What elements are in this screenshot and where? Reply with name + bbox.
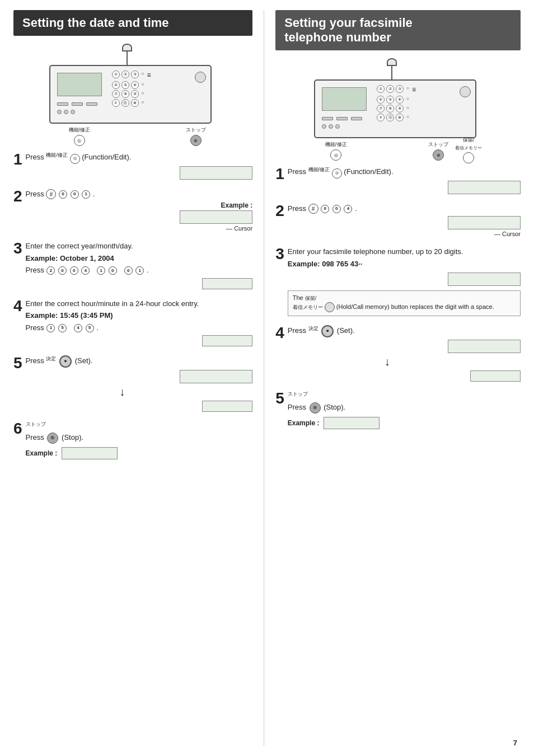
cursor-label-r2: — Cursor xyxy=(494,231,521,237)
left-step-1: 1 Press 機能/修正 ◎ (Function/Edit). xyxy=(13,152,252,180)
one-btn-l2: 1 xyxy=(82,190,90,199)
left-step-6: 6 ストップ Press ⊗ (Stop). Example : xyxy=(13,421,252,459)
right-step-2-text: Press # 0 0 4 . xyxy=(288,203,521,214)
function-edit-btn-l1: ◎ xyxy=(70,154,80,164)
right-step-1: 1 Press 機能/修正 ◎ (Function/Edit). xyxy=(275,166,521,194)
step-4-text: Enter the correct hour/minute in a 24-ho… xyxy=(26,298,253,309)
right-step-number-3: 3 xyxy=(275,246,284,262)
step-3-content: Enter the correct year/month/day. Exampl… xyxy=(26,241,253,289)
step-6-content: ストップ Press ⊗ (Stop). Example : xyxy=(26,421,253,459)
left-section-header: Setting the date and time xyxy=(13,10,252,36)
step-3-sub: Press 2 0 0 4 1 0 0 1 . xyxy=(26,265,253,276)
right-step-3-content: Enter your facsimile telephone number, u… xyxy=(288,246,521,316)
right-step-3-example: Example: 098 765 43·· xyxy=(288,259,521,270)
right-step-3-display xyxy=(448,273,521,286)
info-box-hold: The 保留/着信メモリー (Hold/Call memory) button … xyxy=(288,290,521,316)
step-5-display-1 xyxy=(180,370,252,383)
info-text: The 保留/着信メモリー (Hold/Call memory) button … xyxy=(293,294,494,312)
zero3-btn-l3: 0 xyxy=(109,266,117,275)
step-4-content: Enter the correct hour/minute in a 24-ho… xyxy=(26,298,253,347)
right-step-number-1: 1 xyxy=(275,166,284,182)
set-btn-r4: ● xyxy=(321,325,334,337)
step-5-content: Press 決定 ● (Set). ↓ xyxy=(26,355,253,412)
step-5-text: Press 決定 ● (Set). xyxy=(26,355,253,368)
arrow-down-r4: ↓ xyxy=(288,355,487,368)
step-4-sub: Press 1 5 4 5 . xyxy=(26,322,253,334)
step-5-jp: 決定 xyxy=(46,356,56,361)
right-step-4-content: Press 決定 ● (Set). ↓ xyxy=(288,325,521,382)
five-btn-l4: 5 xyxy=(58,324,67,332)
function-edit-btn-r1: ◎ xyxy=(332,168,342,179)
left-step-3: 3 Enter the correct year/month/day. Exam… xyxy=(13,241,252,289)
step-number-3: 3 xyxy=(13,241,22,256)
step-5-display-2 xyxy=(202,401,252,412)
step-1-jp: 機能/修正 xyxy=(46,152,68,158)
right-step-number-5: 5 xyxy=(275,391,284,406)
right-section: Setting your facsimile telephone number xyxy=(264,10,521,746)
right-step-2: 2 Press # 0 0 4 . — Cursor xyxy=(275,203,521,238)
left-step-5: 5 Press 決定 ● (Set). ↓ xyxy=(13,355,252,412)
right-step-number-4: 4 xyxy=(275,325,284,341)
right-step-1-content: Press 機能/修正 ◎ (Function/Edit). xyxy=(288,166,521,194)
example-label-r5: Example : xyxy=(288,419,320,427)
right-step-4-display-2 xyxy=(470,370,521,382)
step-6-jp: ストップ xyxy=(26,421,46,427)
cursor-label-2: — Cursor xyxy=(226,225,252,232)
two-btn-l3: 2 xyxy=(46,266,55,275)
zero2-btn-l3: 0 xyxy=(70,266,78,275)
right-section-header: Setting your facsimile telephone number xyxy=(275,10,521,50)
stop-btn-l6: ⊗ xyxy=(47,433,58,444)
step-3-text: Enter the correct year/month/day. xyxy=(26,241,253,252)
hash-btn-r2: # xyxy=(308,204,318,214)
one2-btn-l3: 1 xyxy=(135,266,144,275)
left-step-2: 2 Press # 0 0 1 . Example : xyxy=(13,189,252,232)
right-step-1-display xyxy=(448,181,521,194)
right-step-5-jp: ストップ xyxy=(288,391,308,397)
right-diagram: ① ② ③ ○ ≡ ④ ⑤ ⑥ ○ ⑦ xyxy=(275,58,521,156)
step-6-text: ストップ Press ⊗ (Stop). xyxy=(26,421,253,443)
step-number-6: 6 xyxy=(13,421,22,436)
four-btn-r2: 4 xyxy=(344,205,352,213)
one-btn-l4: 1 xyxy=(46,324,55,332)
step-4-example: Example: 15:45 (3:45 PM) xyxy=(26,310,253,321)
step-number-1: 1 xyxy=(13,152,22,167)
step-1-text: Press 機能/修正 ◎ (Function/Edit). xyxy=(26,152,253,164)
example-label-2: Example : xyxy=(221,201,252,209)
zero-btn-l3: 0 xyxy=(58,266,67,275)
right-step-5: 5 ストップ Press ⊗ (Stop). Example : xyxy=(275,391,521,429)
step-2-content: Press # 0 0 1 . Example : — Cursor xyxy=(26,189,253,232)
left-diagram: ① ② ③ ○ ≡ ④ ⑤ ⑥ ○ ⑦ xyxy=(13,44,252,142)
right-step-5-text: ストップ Press ⊗ (Stop). xyxy=(288,391,521,413)
step-number-2: 2 xyxy=(13,189,22,204)
zero-btn-l2: 0 xyxy=(59,190,67,199)
hold-btn xyxy=(325,302,335,312)
right-step-2-content: Press # 0 0 4 . — Cursor xyxy=(288,203,521,238)
one-btn-l3: 1 xyxy=(97,266,105,275)
right-step-2-display xyxy=(448,216,521,229)
step-3-display xyxy=(202,278,252,289)
page-number: 7 xyxy=(513,739,517,747)
arrow-down-l5: ↓ xyxy=(26,386,219,398)
zero2-btn-r2: 0 xyxy=(332,205,341,213)
step-2-display xyxy=(180,210,252,224)
step-6-display xyxy=(62,447,118,459)
five2-btn-l4: 5 xyxy=(86,324,94,332)
hash-btn-l2: # xyxy=(46,189,56,199)
step-3-example: Example: October 1, 2004 xyxy=(26,253,253,264)
right-step-number-2: 2 xyxy=(275,203,284,219)
right-step-5-display xyxy=(324,417,380,429)
step-number-5: 5 xyxy=(13,355,22,371)
zero4-btn-l3: 0 xyxy=(124,266,133,275)
right-step-3: 3 Enter your facsimile telephone number,… xyxy=(275,246,521,316)
right-step-5-content: ストップ Press ⊗ (Stop). Example : xyxy=(288,391,521,429)
step-4-display xyxy=(202,335,252,346)
zero2-btn-l2: 0 xyxy=(71,190,79,199)
right-step-4-jp: 決定 xyxy=(308,326,318,331)
set-btn-l5: ● xyxy=(59,355,72,368)
stop-btn-r5: ⊗ xyxy=(310,402,321,414)
right-step-1-jp: 機能/修正 xyxy=(308,167,330,172)
right-step-3-text: Enter your facsimile telephone number, u… xyxy=(288,246,521,257)
left-step-4: 4 Enter the correct hour/minute in a 24-… xyxy=(13,298,252,347)
step-2-text: Press # 0 0 1 . xyxy=(26,189,253,200)
zero-btn-r2: 0 xyxy=(321,205,329,213)
